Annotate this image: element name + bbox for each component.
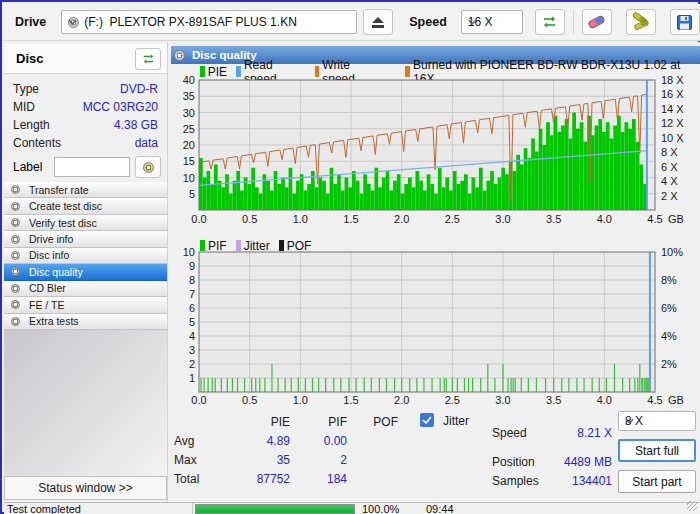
svg-text:1.5: 1.5 — [343, 394, 358, 406]
readout-speed: Speed8.21 X — [492, 426, 612, 440]
svg-text:4%: 4% — [661, 330, 677, 342]
jitter-label: Jitter — [443, 414, 469, 428]
svg-text:1.5: 1.5 — [343, 213, 358, 225]
toolbar: Drive (F:) PLEXTOR PX-891SAF PLUS 1.KN S… — [4, 4, 700, 41]
sidebar-item-label: Transfer rate — [29, 184, 89, 196]
svg-text:4.5: 4.5 — [647, 213, 662, 225]
svg-text:6%: 6% — [661, 302, 677, 314]
floppy-save-icon — [677, 15, 692, 30]
svg-text:35: 35 — [183, 90, 195, 102]
pills-icon — [632, 14, 650, 30]
sidebar-item-disc-quality[interactable]: Disc quality — [4, 264, 167, 280]
svg-text:GB: GB — [668, 213, 684, 225]
svg-text:2.0: 2.0 — [394, 213, 409, 225]
app-window: Drive (F:) PLEXTOR PX-891SAF PLUS 1.KN S… — [0, 0, 700, 514]
disc-field-length: Length4.38 GB — [4, 116, 167, 134]
svg-text:15: 15 — [183, 155, 195, 167]
eject-button[interactable] — [363, 9, 393, 35]
left-panel: Disc TypeDVD-R MIDMCC 03RG20 Length4.38 … — [4, 42, 168, 502]
erase-disc-button[interactable] — [582, 9, 612, 35]
svg-text:1.0: 1.0 — [293, 213, 308, 225]
disc-icon — [11, 185, 20, 194]
disc-icon — [11, 300, 20, 309]
elapsed-time: 09:44 — [426, 503, 454, 514]
options-button[interactable] — [626, 9, 656, 35]
readout-samples: Samples134401 — [492, 474, 612, 488]
sidebar-item-disc-info[interactable]: Disc info — [4, 248, 167, 264]
svg-text:10: 10 — [183, 246, 195, 258]
status-window-button[interactable]: Status window >> — [4, 476, 167, 500]
sidebar-item-label: Verify test disc — [29, 217, 97, 229]
svg-text:3.0: 3.0 — [495, 213, 510, 225]
svg-text:8 X: 8 X — [661, 146, 678, 158]
disc-icon — [11, 235, 20, 244]
chevron-down-icon — [468, 19, 477, 25]
speed-select[interactable]: 16 X — [461, 10, 523, 34]
svg-text:4.0: 4.0 — [597, 394, 612, 406]
disc-quality-icon — [174, 50, 185, 61]
sidebar-item-extra-tests[interactable]: Extra tests — [4, 314, 167, 330]
sidebar-item-create-test-disc[interactable]: Create test disc — [4, 198, 167, 214]
sidebar-item-transfer-rate[interactable]: Transfer rate — [4, 182, 167, 198]
start-full-button[interactable]: Start full — [618, 439, 696, 462]
svg-text:1.0: 1.0 — [293, 394, 308, 406]
chevron-down-icon — [68, 19, 77, 25]
svg-text:10 X: 10 X — [661, 132, 684, 144]
refresh-speeds-button[interactable] — [535, 9, 565, 35]
disc-panel-title: Disc — [16, 51, 135, 66]
readout-position: Position4489 MB — [492, 455, 612, 469]
svg-text:12 X: 12 X — [661, 117, 684, 129]
svg-text:40: 40 — [183, 74, 195, 86]
label-input[interactable] — [54, 157, 130, 177]
pif-quality-chart: 123456789102%4%6%8%10%0.00.51.01.52.02.5… — [171, 246, 700, 408]
disc-field-mid: MIDMCC 03RG20 — [4, 98, 167, 116]
disc-label-icon — [143, 162, 154, 173]
stats-row-total: Total 87752 184 — [174, 469, 398, 488]
drive-select[interactable]: (F:) PLEXTOR PX-891SAF PLUS 1.KN — [61, 10, 357, 34]
refresh-arrows-icon — [142, 53, 155, 65]
progress-percent: 100.0% — [362, 503, 420, 514]
resize-grip[interactable] — [687, 501, 697, 511]
disc-field-contents: Contentsdata — [4, 134, 167, 152]
stats-row-max: Max 35 2 — [174, 450, 398, 469]
jitter-checkbox[interactable] — [420, 413, 434, 427]
svg-text:16 X: 16 X — [661, 88, 684, 100]
svg-text:2: 2 — [189, 358, 195, 370]
refresh-arrows-icon — [542, 15, 557, 29]
stats-col-pie: PIE — [220, 415, 290, 429]
sidebar-item-verify-test-disc[interactable]: Verify test disc — [4, 215, 167, 231]
sidebar-item-label: FE / TE — [29, 299, 64, 311]
sidebar-item-label: Create test disc — [29, 200, 102, 212]
svg-text:3.5: 3.5 — [546, 213, 561, 225]
sidebar-item-fe-te[interactable]: FE / TE — [4, 297, 167, 313]
read-label-button[interactable] — [135, 156, 161, 178]
svg-text:8%: 8% — [661, 274, 677, 286]
svg-text:2.0: 2.0 — [394, 394, 409, 406]
svg-text:4: 4 — [189, 330, 195, 342]
sidebar-item-cd-bler[interactable]: CD Bler — [4, 281, 167, 297]
svg-text:18 X: 18 X — [661, 74, 684, 86]
start-part-button[interactable]: Start part — [618, 470, 696, 493]
refresh-disc-button[interactable] — [135, 48, 161, 70]
disc-header: Disc — [4, 44, 167, 74]
svg-text:25: 25 — [183, 123, 195, 135]
svg-text:9: 9 — [189, 260, 195, 272]
save-button[interactable] — [670, 9, 700, 35]
speed-label: Speed — [409, 15, 447, 29]
svg-text:2 X: 2 X — [661, 190, 678, 202]
svg-text:20: 20 — [183, 139, 195, 151]
svg-text:2%: 2% — [661, 358, 677, 370]
scan-speed-select[interactable]: 8 X — [618, 411, 696, 431]
svg-text:6: 6 — [189, 302, 195, 314]
progress-bar — [195, 504, 355, 514]
sidebar-item-drive-info[interactable]: Drive info — [4, 231, 167, 247]
svg-text:GB: GB — [668, 394, 684, 406]
svg-text:10%: 10% — [661, 246, 683, 258]
svg-text:2.5: 2.5 — [445, 394, 460, 406]
drive-select-value: (F:) PLEXTOR PX-891SAF PLUS 1.KN — [84, 15, 297, 29]
svg-text:3.5: 3.5 — [546, 394, 561, 406]
stats-col-pof: POF — [347, 415, 398, 429]
disc-icon — [11, 202, 20, 211]
svg-text:1: 1 — [189, 372, 195, 384]
disc-field-type: TypeDVD-R — [4, 80, 167, 98]
